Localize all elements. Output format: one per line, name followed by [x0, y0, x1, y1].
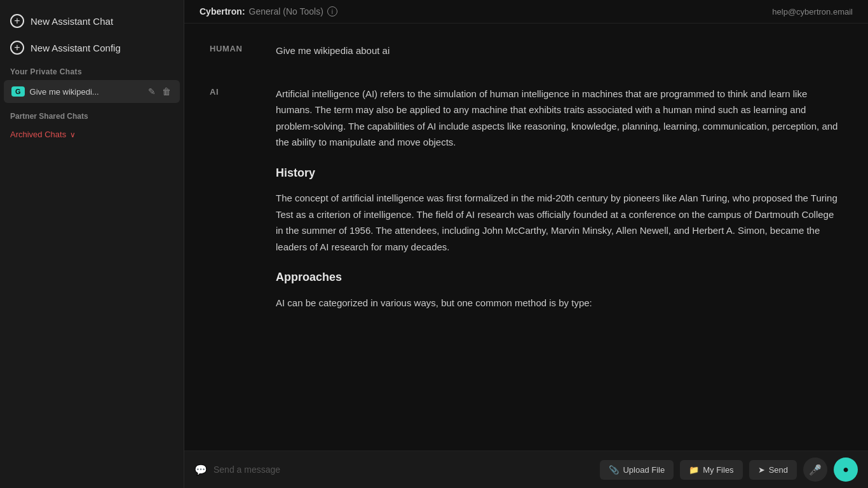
chat-content: HUMAN Give me wikipedia about ai AI Arti… — [184, 24, 868, 451]
ai-message-content: Artificial intelligence (AI) refers to t… — [276, 86, 843, 320]
history-body: The concept of artificial intelligence w… — [276, 190, 843, 255]
config-label: General (No Tools) — [249, 6, 323, 17]
approaches-heading: Approaches — [276, 268, 843, 287]
new-assistant-chat-button[interactable]: + New Assistant Chat — [0, 8, 184, 34]
human-message-row: HUMAN Give me wikipedia about ai — [210, 43, 843, 68]
new-config-label: New Assistant Config — [31, 43, 121, 53]
human-message-text: Give me wikipedia about ai — [276, 43, 843, 59]
mic-button[interactable]: 🎤 — [803, 458, 827, 482]
partner-shared-label: Partner Shared Chats — [0, 103, 184, 125]
approaches-body: AI can be categorized in various ways, b… — [276, 295, 843, 311]
human-role-label: HUMAN — [210, 43, 261, 68]
chat-badge: G — [11, 86, 25, 97]
ai-role-label: AI — [210, 86, 261, 320]
archived-chats-label: Archived Chats — [10, 130, 66, 139]
mic-icon: 🎤 — [809, 464, 822, 476]
brand-label: Cybertron: — [200, 6, 245, 17]
history-heading: History — [276, 163, 843, 183]
plus-icon-config: + — [10, 41, 24, 55]
main-panel: Cybertron: General (No Tools) i help@cyb… — [184, 0, 868, 488]
new-assistant-config-button[interactable]: + New Assistant Config — [0, 34, 184, 61]
sidebar: + New Assistant Chat + New Assistant Con… — [0, 0, 184, 488]
upload-file-button[interactable]: 📎 Upload File — [600, 460, 674, 480]
chat-actions: ✎ 🗑 — [147, 85, 172, 98]
human-message-content: Give me wikipedia about ai — [276, 43, 843, 68]
edit-chat-button[interactable]: ✎ — [147, 85, 157, 98]
topbar: Cybertron: General (No Tools) i help@cyb… — [184, 0, 868, 24]
trash-icon: 🗑 — [162, 86, 171, 97]
send-label: Send — [769, 465, 788, 475]
topbar-left: Cybertron: General (No Tools) i — [200, 6, 337, 17]
send-button[interactable]: ➤ Send — [749, 460, 797, 480]
archived-chats-row[interactable]: Archived Chats ∨ — [0, 125, 184, 144]
delete-chat-button[interactable]: 🗑 — [161, 85, 172, 98]
your-private-chats-label: Your Private Chats — [0, 61, 184, 80]
topbar-email: help@cybertron.email — [772, 7, 853, 17]
send-icon: ➤ — [758, 465, 765, 475]
chat-bubble-icon: 💬 — [194, 464, 207, 476]
upload-icon: 📎 — [609, 465, 619, 475]
chat-item[interactable]: G Give me wikipedi... ✎ 🗑 — [4, 80, 180, 103]
my-files-button[interactable]: 📁 My Files — [680, 460, 742, 480]
folder-icon: 📁 — [689, 465, 699, 475]
chevron-down-icon: ∨ — [70, 130, 76, 139]
teal-icon: ● — [843, 464, 849, 475]
ai-message-row: AI Artificial intelligence (AI) refers t… — [210, 86, 843, 320]
ai-intro-text: Artificial intelligence (AI) refers to t… — [276, 86, 843, 151]
input-bar: 💬 📎 Upload File 📁 My Files ➤ Send 🎤 ● — [184, 451, 868, 488]
chat-title: Give me wikipedi... — [30, 87, 142, 97]
new-chat-label: New Assistant Chat — [31, 16, 113, 27]
info-icon[interactable]: i — [327, 6, 337, 17]
plus-icon: + — [10, 14, 24, 28]
message-input[interactable] — [214, 461, 593, 478]
edit-icon: ✎ — [148, 86, 156, 97]
upload-label: Upload File — [623, 465, 665, 475]
files-label: My Files — [703, 465, 733, 475]
teal-action-circle[interactable]: ● — [834, 458, 858, 482]
